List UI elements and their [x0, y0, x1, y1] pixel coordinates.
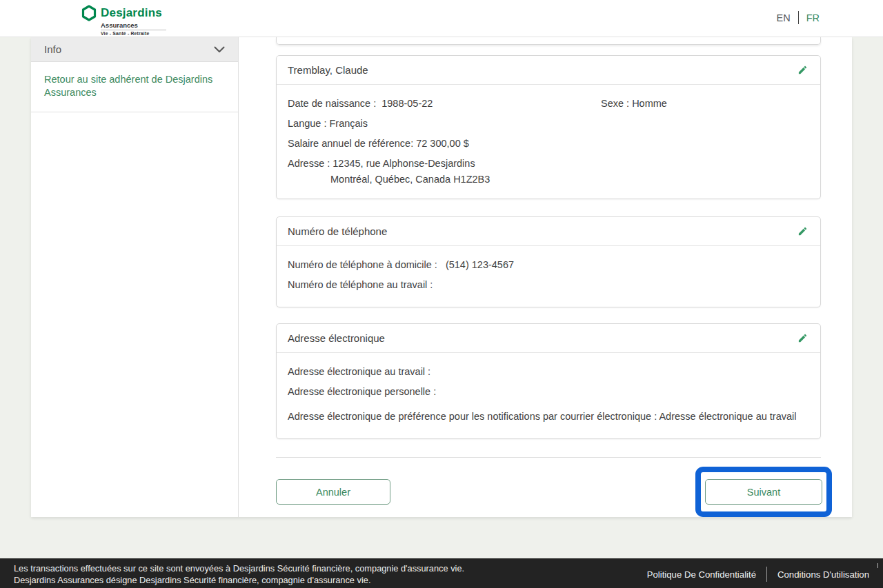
- partial-card-above: [276, 37, 821, 45]
- back-to-member-site-link[interactable]: Retour au site adhérent de Desjardins As…: [44, 74, 212, 98]
- next-button[interactable]: Suivant: [705, 479, 822, 505]
- content-area: Tremblay, Claude Date de naissance : 198…: [239, 37, 852, 517]
- person-info-card: Tremblay, Claude Date de naissance : 198…: [276, 55, 821, 199]
- hexagon-logo-icon: [81, 5, 97, 21]
- email-card: Adresse électronique Adresse électroniqu…: [276, 323, 821, 439]
- sidebar-item-info[interactable]: Info: [31, 37, 238, 62]
- pencil-icon: [797, 333, 808, 343]
- email-card-title: Adresse électronique: [288, 332, 385, 344]
- logo-subtitle: Assurances: [101, 21, 166, 30]
- sidebar-back-row: Retour au site adhérent de Desjardins As…: [31, 62, 238, 112]
- edit-email-button[interactable]: [795, 332, 809, 345]
- person-card-title: Tremblay, Claude: [288, 64, 368, 76]
- language-text: Langue : Français: [288, 114, 809, 134]
- language-toggle: EN FR: [777, 11, 820, 24]
- work-phone-text: Numéro de téléphone au travail :: [288, 275, 809, 295]
- footer-line1: Les transactions effectuées sur ce site …: [14, 563, 464, 575]
- lang-separator: [798, 11, 799, 24]
- edit-phone-button[interactable]: [795, 225, 809, 239]
- main-panel: Info Retour au site adhérent de Desjardi…: [31, 37, 852, 517]
- privacy-policy-link[interactable]: Politique De Confidentialité: [647, 569, 756, 580]
- footer-links-separator: [766, 567, 767, 582]
- suivant-highlight-annotation: Suivant: [695, 467, 832, 517]
- address-line2-text: Montréal, Québec, Canada H1Z2B3: [288, 172, 809, 187]
- phone-card: Numéro de téléphone Numéro de téléphone …: [276, 216, 821, 307]
- page-footer: Les transactions effectuées sur ce site …: [0, 558, 883, 588]
- pencil-icon: [797, 226, 808, 236]
- personal-email-text: Adresse électronique personelle :: [288, 382, 809, 402]
- footer-legal-text: Les transactions effectuées sur ce site …: [14, 563, 464, 588]
- actions-row: Annuler Suivant: [276, 467, 821, 517]
- email-preference-text: Adresse électronique de préférence pour …: [288, 407, 809, 427]
- chevron-down-icon: [214, 46, 225, 53]
- sidebar-info-label: Info: [44, 43, 61, 55]
- birth-date-text: Date de naissance : 1988-05-22: [288, 94, 601, 114]
- sex-text: Sexe : Homme: [601, 94, 809, 114]
- footer-separator-partial: [877, 563, 878, 568]
- lang-fr-button[interactable]: FR: [806, 12, 820, 23]
- logo-brand-text: Desjardins: [101, 6, 162, 20]
- cancel-button[interactable]: Annuler: [276, 479, 390, 505]
- actions-divider: [276, 457, 821, 458]
- app-header: Desjardins Assurances Vie - Santé - Retr…: [0, 0, 883, 37]
- phone-card-title: Numéro de téléphone: [288, 225, 387, 237]
- logo-tagline: Vie - Santé - Retraite: [101, 31, 166, 36]
- sidebar: Info Retour au site adhérent de Desjardi…: [31, 37, 239, 517]
- lang-en-button[interactable]: EN: [777, 12, 791, 23]
- edit-person-button[interactable]: [795, 63, 809, 77]
- footer-line2: Desjardins Assurances désigne Desjardins…: [14, 575, 464, 587]
- terms-of-use-link[interactable]: Conditions D'utilisation: [777, 569, 869, 580]
- desjardins-logo[interactable]: Desjardins Assurances Vie - Santé - Retr…: [81, 5, 166, 36]
- pencil-icon: [797, 65, 808, 75]
- work-email-text: Adresse électronique au travail :: [288, 362, 809, 382]
- salary-text: Salaire annuel de référence: 72 300,00 $: [288, 134, 809, 154]
- footer-links: Politique De Confidentialité Conditions …: [647, 566, 869, 582]
- address-line1-text: Adresse : 12345, rue Alphonse-Desjardins: [288, 154, 809, 174]
- home-phone-text: Numéro de téléphone à domicile : (514) 1…: [288, 255, 809, 275]
